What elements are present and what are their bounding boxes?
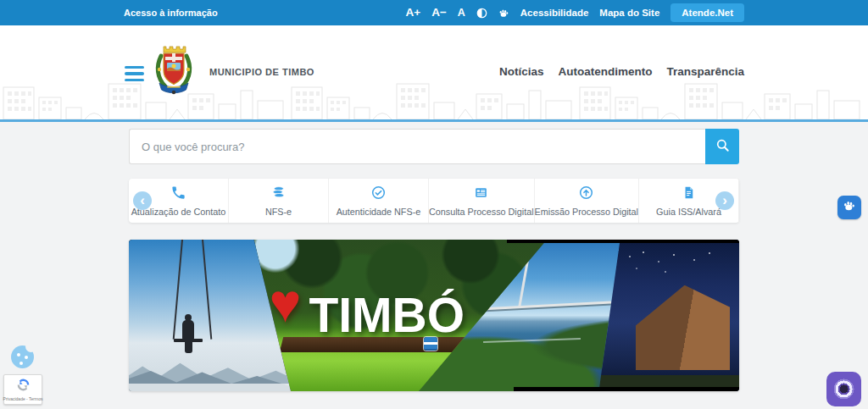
sitemap-link[interactable]: Mapa do Site <box>599 8 659 18</box>
libras-hand-icon[interactable] <box>498 8 509 19</box>
font-increase-button[interactable]: A+ <box>406 7 421 19</box>
valley-haze-graphic <box>129 384 300 391</box>
letterbox-bar <box>514 387 739 391</box>
recaptcha-badge[interactable]: Privacidade - Termos <box>3 374 42 405</box>
check-circle-icon <box>370 185 387 204</box>
nav-autoatendimento[interactable]: Autoatendimento <box>558 65 652 78</box>
recaptcha-label: Privacidade - Termos <box>3 396 43 401</box>
municipality-name: MUNICIPIO DE TIMBO <box>209 67 314 77</box>
vlibras-hands-icon <box>843 199 856 216</box>
service-emissao-processo[interactable]: Emissão Processo Digital <box>535 179 639 223</box>
document-icon <box>681 185 697 204</box>
service-label: Guia ISS/Alvará <box>656 207 721 217</box>
coins-icon <box>270 185 287 204</box>
search-input[interactable] <box>129 129 705 164</box>
services-carousel: ‹ Atualização de Contato NFS-e Autentici… <box>129 179 739 223</box>
service-label: Consulta Processo Digital <box>429 207 534 217</box>
hamburger-menu-icon[interactable] <box>125 66 144 81</box>
municipality-coat-of-arms-logo[interactable] <box>153 42 195 98</box>
swing-rope-graphic <box>202 240 212 340</box>
house-graphic <box>636 285 731 370</box>
service-label: Autenticidade NFS-e <box>337 207 421 217</box>
topbar: Acesso à informação A+ A− A Acessibilida… <box>0 0 868 25</box>
service-autenticidade-nfse[interactable]: Autenticidade NFS-e <box>329 179 429 223</box>
person-silhouette <box>185 340 192 353</box>
timbo-sign-text: TIMBÓ <box>309 291 465 340</box>
search-bar <box>129 129 739 164</box>
city-skyline-graphic <box>0 79 868 119</box>
header: MUNICIPIO DE TIMBO Notícias Autoatendime… <box>0 25 868 122</box>
heart-sign: ♥ <box>270 276 302 330</box>
hero-banner[interactable]: ♥ TIMBÓ <box>129 240 739 391</box>
recaptcha-icon <box>16 378 31 395</box>
cookie-consent-icon[interactable] <box>11 345 34 368</box>
carousel-next-button[interactable]: › <box>715 191 734 210</box>
contrast-icon[interactable] <box>476 8 487 19</box>
nav-noticias[interactable]: Notícias <box>499 65 544 78</box>
search-button[interactable] <box>705 129 739 164</box>
atende-net-button[interactable]: Atende.Net <box>670 3 744 22</box>
water-reflection-graphic <box>483 338 581 343</box>
person-silhouette <box>182 320 194 340</box>
vlibras-accessibility-button[interactable] <box>837 196 861 219</box>
font-decrease-button[interactable]: A− <box>431 7 447 19</box>
browser-extension-icon[interactable] <box>826 372 861 406</box>
service-label: NFS-e <box>265 207 292 217</box>
list-card-icon <box>473 185 489 204</box>
service-nfse[interactable]: NFS-e <box>229 179 329 223</box>
letterbox-bar <box>507 240 739 243</box>
ground-graphic <box>593 375 739 387</box>
upload-circle-icon <box>578 185 594 204</box>
header-nav: Notícias Autoatendimento Transparência <box>499 65 744 78</box>
service-consulta-processo[interactable]: Consulta Processo Digital <box>429 179 535 223</box>
search-icon <box>715 138 730 155</box>
carousel-prev-button[interactable]: ‹ <box>133 191 152 210</box>
topbar-right-group: A+ A− A Acessibilidade Mapa do Site Aten… <box>406 3 745 22</box>
phone-icon <box>170 185 186 204</box>
nav-transparencia[interactable]: Transparência <box>666 65 744 78</box>
service-label: Emissão Processo Digital <box>535 207 638 217</box>
font-reset-button[interactable]: A <box>458 8 465 19</box>
info-access-link[interactable]: Acesso à informação <box>124 8 218 18</box>
city-watermark-logo <box>424 337 437 351</box>
accessibility-link[interactable]: Acessibilidade <box>520 8 589 18</box>
